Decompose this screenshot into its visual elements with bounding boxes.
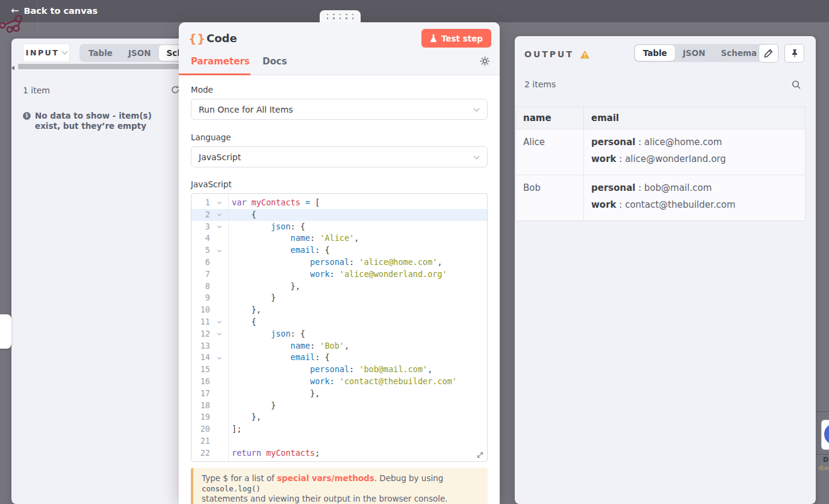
line-number: 9 [191, 292, 213, 304]
gutter-line-2: 2 [191, 209, 228, 221]
code-line-11[interactable]: { [229, 316, 487, 328]
code-line-2[interactable]: { [229, 209, 487, 221]
line-number: 12 [191, 328, 213, 340]
special-vars-link[interactable]: special vars/methods [277, 473, 374, 483]
node-subtitle-fragment: dLega [818, 465, 829, 471]
gutter-line-16: 16 [191, 376, 228, 388]
modal-header: {} Code Test step Parameters Docs [179, 22, 500, 75]
gutter-line-15: 15 [191, 364, 228, 376]
output-items-count: 2 items [524, 79, 556, 89]
canvas-fragment-line [816, 411, 829, 412]
code-line-12[interactable]: json: { [229, 328, 487, 340]
modal-drag-handle[interactable] [320, 10, 361, 22]
flask-icon [430, 34, 437, 43]
canvas-fragment-line [816, 454, 829, 455]
gutter-line-19: 19 [191, 411, 228, 423]
output-view-tabs: TableJSONSchema [634, 44, 766, 62]
column-header-name: name [516, 107, 584, 129]
code-line-22[interactable]: return myContacts; [229, 447, 487, 459]
code-line-14[interactable]: email: { [229, 352, 487, 364]
fold-chevron-icon[interactable] [217, 224, 221, 228]
gutter-line-1: 1 [191, 197, 228, 209]
line-number: 6 [191, 257, 213, 269]
line-number: 16 [191, 376, 213, 388]
gutter-line-12: 12 [191, 328, 228, 340]
fold-chevron-icon[interactable] [217, 212, 221, 216]
gutter-line-4: 4 [191, 232, 228, 244]
code-line-3[interactable]: json: { [229, 221, 487, 233]
code-line-13[interactable]: name: 'Bob', [229, 340, 487, 352]
input-tab-table[interactable]: Table [81, 45, 120, 61]
code-line-18[interactable]: } [229, 400, 487, 412]
tab-parameters[interactable]: Parameters [191, 56, 250, 67]
gutter-line-14: 14 [191, 352, 228, 364]
code-editor[interactable]: 12345678910111213141516171819202122 var … [191, 193, 488, 462]
output-panel: OUTPUT TableJSONSchema 2 items name emai… [515, 36, 816, 504]
code-line-4[interactable]: name: 'Alice', [229, 232, 487, 244]
line-number: 17 [191, 388, 213, 400]
output-table: name email Alicepersonal : alice@home.co… [515, 107, 806, 221]
code-line-7[interactable]: work: 'alice@wonderland.org' [229, 269, 487, 281]
hscroll-left-arrow[interactable] [11, 66, 14, 70]
tab-docs[interactable]: Docs [262, 56, 287, 67]
gutter-line-20: 20 [191, 423, 228, 435]
drag-dots-icon [327, 14, 354, 19]
line-number: 15 [191, 364, 213, 376]
code-line-21[interactable] [229, 435, 487, 447]
code-line-19[interactable]: }, [229, 411, 487, 423]
gutter-line-7: 7 [191, 269, 228, 281]
fold-chevron-icon[interactable] [217, 355, 221, 359]
fold-chevron-icon[interactable] [217, 331, 221, 335]
line-number: 21 [191, 435, 213, 447]
code-line-8[interactable]: }, [229, 281, 487, 293]
output-tab-schema[interactable]: Schema [713, 45, 765, 61]
fold-chevron-icon[interactable] [217, 319, 221, 323]
input-items-count: 1 item [23, 86, 50, 95]
language-label: Language [191, 132, 488, 142]
fold-chevron-icon[interactable] [217, 200, 221, 204]
input-source-selector[interactable]: INPUT [23, 43, 70, 62]
fold-chevron-icon[interactable] [217, 248, 221, 252]
code-line-17[interactable]: }, [229, 388, 487, 400]
line-number: 7 [191, 269, 213, 281]
edit-output-button[interactable] [759, 44, 778, 63]
language-select[interactable]: JavaScript [191, 146, 488, 167]
editor-gutter: 12345678910111213141516171819202122 [191, 194, 229, 461]
code-line-10[interactable]: }, [229, 304, 487, 316]
hint-text: Type $ for a list of [202, 473, 277, 483]
line-number: 20 [191, 423, 213, 435]
line-number: 18 [191, 400, 213, 412]
code-line-20[interactable]: ]; [229, 423, 487, 435]
code-line-9[interactable]: } [229, 292, 487, 304]
output-table-header-row: name email [516, 107, 806, 129]
output-tab-json[interactable]: JSON [675, 45, 713, 61]
gutter-line-6: 6 [191, 257, 228, 269]
output-tab-table[interactable]: Table [635, 45, 675, 61]
chevron-down-icon [474, 106, 480, 112]
mode-select[interactable]: Run Once for All Items [191, 99, 488, 120]
code-line-5[interactable]: email: { [229, 244, 487, 257]
editor-code[interactable]: var myContacts = [ { json: { name: 'Alic… [229, 194, 487, 461]
code-line-1[interactable]: var myContacts = [ [229, 197, 487, 209]
code-line-15[interactable]: personal: 'bob@mail.com', [229, 364, 487, 376]
resize-grip-icon[interactable] [476, 451, 484, 459]
gutter-line-3: 3 [191, 221, 228, 233]
gear-icon[interactable] [480, 56, 490, 66]
search-icon[interactable] [792, 80, 801, 90]
gutter-line-21: 21 [191, 435, 228, 447]
pin-icon [790, 49, 799, 58]
hint-text: . Debug by using [374, 473, 444, 483]
input-tab-json[interactable]: JSON [120, 45, 159, 61]
gutter-line-22: 22 [191, 447, 228, 459]
code-line-6[interactable]: personal: 'alice@home.com', [229, 257, 487, 269]
gutter-line-5: 5 [191, 244, 228, 257]
collapsed-panel-handle[interactable] [0, 314, 11, 349]
line-number: 4 [191, 232, 213, 244]
gutter-line-17: 17 [191, 388, 228, 400]
input-selector-label: INPUT [26, 48, 59, 57]
code-line-16[interactable]: work: 'contact@thebuilder.com' [229, 376, 487, 388]
test-step-button[interactable]: Test step [421, 29, 491, 48]
cell-email: personal : bob@mail.comwork : contact@th… [584, 175, 806, 221]
pin-data-button[interactable] [784, 44, 804, 63]
horizontal-scrollbar[interactable] [18, 64, 179, 69]
